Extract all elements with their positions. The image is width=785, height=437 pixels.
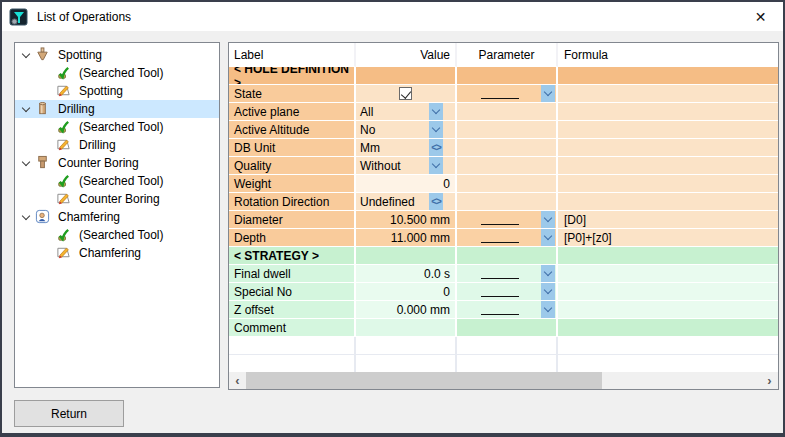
tree-item-counter-boring-operation[interactable]: Counter Boring — [15, 190, 219, 208]
chevron-down-icon[interactable] — [429, 121, 443, 138]
tree-item-spotting-group[interactable]: Spotting — [15, 46, 219, 64]
chevron-expanded-icon[interactable] — [18, 210, 33, 225]
searched-tool-icon — [56, 227, 72, 243]
row-label: Final dwell — [229, 265, 356, 283]
tree-item-label: Chamfering — [55, 210, 123, 224]
titlebar[interactable]: List of Operations ✕ — [2, 2, 783, 31]
db-unit-spinner[interactable]: Mm <> — [356, 139, 443, 156]
searched-tool-icon — [56, 173, 72, 189]
window-title: List of Operations — [37, 10, 131, 24]
chevron-down-icon[interactable] — [429, 103, 443, 120]
tree-item-counter-boring-searched-tool[interactable]: (Searched Tool) — [15, 172, 219, 190]
section-label: < HOLE DEFINITION > — [229, 67, 356, 85]
row-label: DB Unit — [229, 139, 356, 157]
chamfering-tool-icon — [35, 209, 51, 225]
spinner-icon[interactable]: <> — [429, 193, 443, 210]
chevron-down-icon[interactable] — [541, 85, 555, 102]
chevron-expanded-icon[interactable] — [18, 156, 33, 171]
tree-item-drilling-group[interactable]: Drilling — [15, 100, 219, 118]
tree-item-drilling-searched-tool[interactable]: (Searched Tool) — [15, 118, 219, 136]
tree-item-label: Drilling — [76, 138, 119, 152]
table-row-rotation-direction: Rotation Direction Undefined <> — [229, 193, 778, 211]
tree-item-label: Spotting — [55, 48, 105, 62]
tree-item-label: (Searched Tool) — [76, 66, 167, 80]
special-no-value-field[interactable]: 0 — [356, 283, 457, 301]
chevron-expanded-icon[interactable] — [18, 102, 33, 117]
formula-value: [D0] — [558, 211, 778, 229]
tree-item-chamfering-operation[interactable]: Chamfering — [15, 244, 219, 262]
depth-value-field[interactable]: 11.000 mm — [356, 229, 457, 247]
table-row-state: State — [229, 85, 778, 103]
parameter-line — [481, 286, 519, 297]
chevron-down-icon[interactable] — [541, 283, 555, 300]
tree-item-label: Drilling — [55, 102, 98, 116]
empty-row — [229, 337, 778, 355]
empty-row — [229, 355, 778, 372]
drilling-tool-icon — [35, 101, 51, 117]
section-label: < STRATEGY > — [229, 247, 356, 265]
table-row-quality: Quality Without — [229, 157, 778, 175]
table-row-active-plane: Active plane All — [229, 103, 778, 121]
spotting-tool-icon — [35, 47, 51, 63]
operations-tree: Spotting (Searched Tool) Spotting — [14, 42, 220, 388]
formula-value: [P0]+[z0] — [558, 229, 778, 247]
tree-item-label: (Searched Tool) — [76, 228, 167, 242]
tree-item-spotting-operation[interactable]: Spotting — [15, 82, 219, 100]
parameter-line — [481, 232, 519, 243]
chevron-down-icon[interactable] — [541, 301, 555, 318]
tree-item-label: Chamfering — [76, 246, 144, 260]
operation-sheet-icon — [56, 245, 72, 261]
row-label: Special No — [229, 283, 356, 301]
chevron-down-icon[interactable] — [541, 265, 555, 282]
rotation-direction-spinner[interactable]: Undefined <> — [356, 193, 443, 210]
chevron-down-icon[interactable] — [541, 211, 555, 228]
parameter-line — [481, 304, 519, 315]
comment-value-field[interactable] — [356, 319, 457, 337]
scroll-right-icon[interactable]: › — [761, 372, 778, 389]
row-label: Diameter — [229, 211, 356, 229]
table-row-diameter: Diameter 10.500 mm [D0] — [229, 211, 778, 229]
tree-item-label: (Searched Tool) — [76, 174, 167, 188]
parameter-line — [481, 268, 519, 279]
row-label: Quality — [229, 157, 356, 175]
quality-select[interactable]: Without — [356, 157, 443, 174]
scrollbar-track[interactable] — [602, 372, 761, 389]
row-label: Weight — [229, 175, 356, 193]
row-label: Depth — [229, 229, 356, 247]
chevron-down-icon[interactable] — [541, 229, 555, 246]
table-row-final-dwell: Final dwell 0.0 s — [229, 265, 778, 283]
row-label: Comment — [229, 319, 356, 337]
operation-sheet-icon — [56, 83, 72, 99]
state-checkbox[interactable] — [399, 87, 412, 100]
table-row-special-no: Special No 0 — [229, 283, 778, 301]
spinner-icon[interactable]: <> — [429, 139, 443, 156]
horizontal-scrollbar[interactable]: ‹ › — [229, 372, 778, 389]
final-dwell-value-field[interactable]: 0.0 s — [356, 265, 457, 283]
tree-item-drilling-operation[interactable]: Drilling — [15, 136, 219, 154]
scrollbar-thumb[interactable] — [246, 372, 602, 389]
close-icon[interactable]: ✕ — [738, 2, 783, 31]
scroll-left-icon[interactable]: ‹ — [229, 372, 246, 389]
z-offset-value-field[interactable]: 0.000 mm — [356, 301, 457, 319]
chevron-expanded-icon[interactable] — [18, 48, 33, 63]
active-plane-select[interactable]: All — [356, 103, 443, 120]
weight-value-field[interactable]: 0 — [356, 175, 457, 193]
operation-sheet-icon — [56, 137, 72, 153]
table-row-comment: Comment — [229, 319, 778, 337]
diameter-value-field[interactable]: 10.500 mm — [356, 211, 457, 229]
chevron-down-icon[interactable] — [429, 157, 443, 174]
active-altitude-select[interactable]: No — [356, 121, 443, 138]
tree-item-counter-boring-group[interactable]: Counter Boring — [15, 154, 219, 172]
counterboring-tool-icon — [35, 155, 51, 171]
table-row-db-unit: DB Unit Mm <> — [229, 139, 778, 157]
searched-tool-icon — [56, 119, 72, 135]
row-label: Active Altitude — [229, 121, 356, 139]
column-header-formula: Formula — [558, 43, 778, 67]
tree-item-label: Counter Boring — [55, 156, 142, 170]
return-button[interactable]: Return — [14, 400, 124, 427]
operation-sheet-icon — [56, 191, 72, 207]
tree-item-chamfering-group[interactable]: Chamfering — [15, 208, 219, 226]
tree-item-spotting-searched-tool[interactable]: (Searched Tool) — [15, 64, 219, 82]
section-row-strategy: < STRATEGY > — [229, 247, 778, 265]
tree-item-chamfering-searched-tool[interactable]: (Searched Tool) — [15, 226, 219, 244]
